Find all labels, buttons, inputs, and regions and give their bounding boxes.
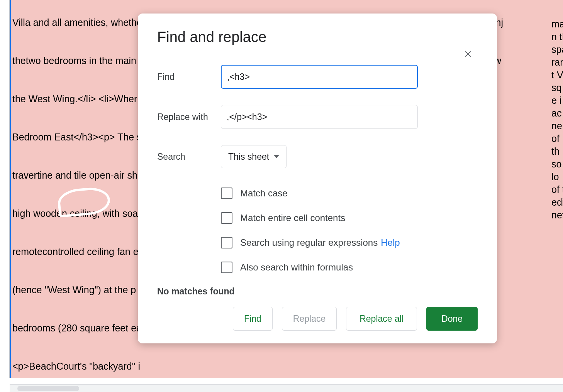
formulas-row: Also search within formulas xyxy=(221,262,478,273)
entire-cell-label: Match entire cell contents xyxy=(240,213,345,223)
scrollbar-thumb[interactable] xyxy=(17,386,79,391)
dialog-title: Find and replace xyxy=(157,29,478,46)
replace-input[interactable] xyxy=(221,105,418,129)
search-scope-row: Search This sheet xyxy=(157,145,478,168)
replace-label: Replace with xyxy=(157,112,221,122)
right-edge-text: ma n th spa ran t V sq e i ac ne of th s… xyxy=(551,18,563,222)
replace-all-button[interactable]: Replace all xyxy=(346,307,417,331)
close-button[interactable] xyxy=(462,48,474,60)
regex-checkbox[interactable] xyxy=(221,237,232,248)
match-case-checkbox[interactable] xyxy=(221,188,232,199)
horizontal-scrollbar[interactable] xyxy=(10,384,563,392)
options-section: Match case Match entire cell contents Se… xyxy=(221,188,478,273)
row-gutter xyxy=(0,0,10,378)
regex-row: Search using regular expressionsHelp xyxy=(221,237,478,248)
chevron-down-icon xyxy=(274,154,279,159)
find-label: Find xyxy=(157,72,221,82)
formulas-checkbox[interactable] xyxy=(221,262,232,273)
match-case-label: Match case xyxy=(240,188,288,199)
search-scope-label: Search xyxy=(157,152,221,162)
done-button[interactable]: Done xyxy=(426,307,478,331)
replace-row: Replace with xyxy=(157,105,478,129)
find-row: Find xyxy=(157,65,478,89)
find-button[interactable]: Find xyxy=(233,307,273,331)
dialog-buttons: Find Replace Replace all Done xyxy=(157,307,478,331)
match-case-row: Match case xyxy=(221,188,478,199)
cell-text-line: <p>BeachCourt's "backyard" i xyxy=(12,360,561,373)
entire-cell-row: Match entire cell contents xyxy=(221,212,478,224)
close-icon xyxy=(463,49,473,59)
status-message: No matches found xyxy=(157,286,478,297)
find-input[interactable] xyxy=(221,65,418,89)
find-replace-dialog: Find and replace Find Replace with Searc… xyxy=(138,14,497,343)
search-scope-dropdown[interactable]: This sheet xyxy=(221,145,287,168)
search-scope-value: This sheet xyxy=(228,152,269,162)
entire-cell-checkbox[interactable] xyxy=(221,212,232,224)
formulas-label: Also search within formulas xyxy=(240,262,353,273)
regex-label: Search using regular expressionsHelp xyxy=(240,237,400,248)
replace-button[interactable]: Replace xyxy=(282,307,337,331)
help-link[interactable]: Help xyxy=(381,237,400,248)
